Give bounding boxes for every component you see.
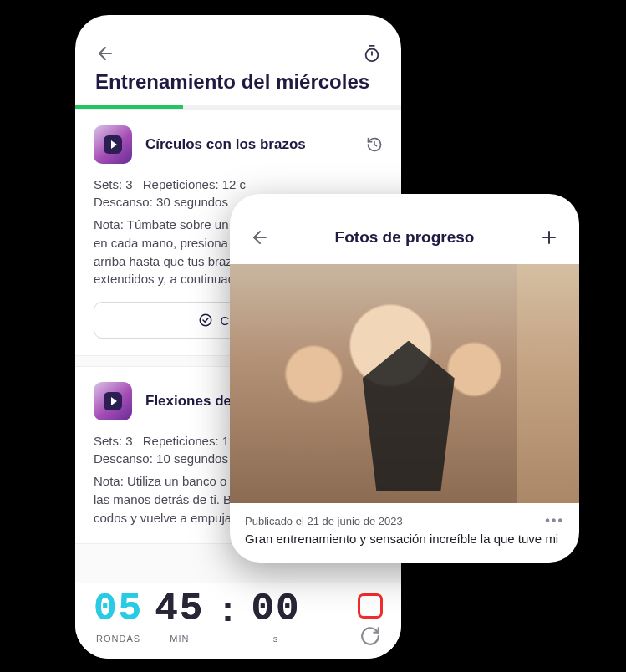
progress-screen: Fotos de progreso Publicado el 21 de jun… (230, 194, 579, 563)
play-icon (104, 392, 122, 410)
exercise-sets: Sets: 3 (94, 434, 133, 448)
timer-rounds: 05 RONDAS (94, 590, 143, 644)
svg-point-6 (201, 314, 212, 326)
check-circle-icon (198, 313, 213, 328)
exercise-thumbnail[interactable] (94, 125, 132, 164)
timer-controls (358, 590, 383, 647)
timer-min: 45 MIN (155, 590, 204, 644)
timer-separator: : (216, 590, 239, 631)
progress-photo[interactable] (230, 264, 579, 503)
workout-title: Entrenamiento del miércoles (75, 70, 401, 105)
timer-bar: 05 RONDAS 45 MIN : 00 s (75, 583, 401, 659)
back-arrow-icon[interactable] (95, 43, 115, 64)
history-icon[interactable] (366, 136, 383, 153)
stop-button[interactable] (358, 593, 383, 619)
workout-header (75, 15, 401, 70)
add-icon[interactable] (539, 227, 559, 247)
back-arrow-icon[interactable] (250, 227, 270, 247)
workout-progress-bar (75, 105, 401, 109)
exercise-header-row: Círculos con los brazos (94, 125, 383, 164)
timer-sec-value: 00 (251, 590, 300, 629)
play-icon (104, 135, 122, 154)
timer-sec-label: s (273, 634, 279, 644)
exercise-reps: Repeticiones: 12 (143, 434, 237, 448)
progress-title: Fotos de progreso (335, 228, 475, 247)
workout-progress-fill (75, 105, 183, 109)
progress-meta-row: Publicado el 21 de junio de 2023 ••• (230, 503, 579, 528)
progress-caption: Gran entrenamiento y sensación increíble… (230, 528, 579, 556)
stopwatch-icon[interactable] (363, 44, 381, 63)
timer-min-value: 45 (155, 590, 204, 629)
exercise-thumbnail[interactable] (94, 382, 132, 420)
timer-min-label: MIN (170, 634, 189, 644)
timer-sec: 00 s (251, 590, 300, 644)
timer-rounds-value: 05 (94, 590, 143, 629)
exercise-meta: Sets: 3 Repeticiones: 12 c (94, 177, 383, 191)
exercise-name: Círculos con los brazos (145, 136, 353, 153)
exercise-sets: Sets: 3 (94, 177, 133, 191)
reset-icon[interactable] (359, 625, 381, 647)
more-options-icon[interactable]: ••• (545, 513, 564, 528)
progress-date: Publicado el 21 de junio de 2023 (245, 515, 403, 527)
exercise-reps: Repeticiones: 12 c (143, 177, 246, 191)
svg-line-5 (374, 145, 377, 146)
progress-header: Fotos de progreso (230, 194, 579, 264)
timer-rounds-label: RONDAS (96, 634, 140, 644)
